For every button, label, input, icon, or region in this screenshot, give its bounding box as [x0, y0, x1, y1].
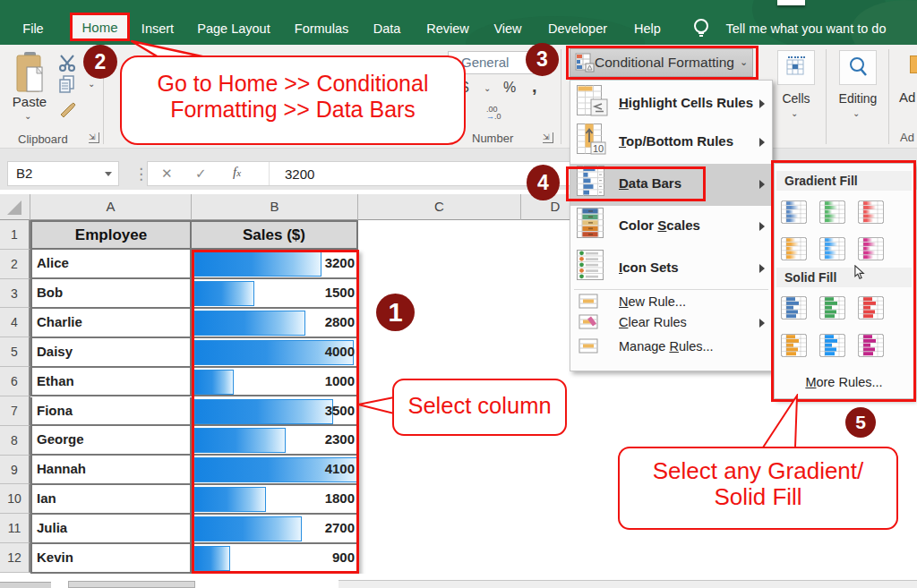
svg-text:10: 10: [593, 143, 604, 154]
